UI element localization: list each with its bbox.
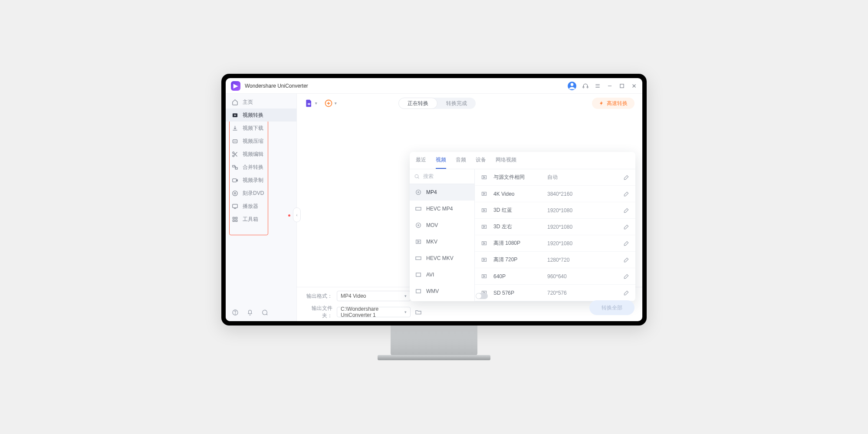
svg-rect-49 — [482, 225, 487, 229]
tab-recent[interactable]: 最近 — [416, 156, 426, 169]
svg-rect-25 — [236, 217, 237, 219]
search-placeholder: 搜索 — [423, 173, 434, 180]
app-title: Wondershare UniConverter — [245, 83, 563, 89]
tab-converting[interactable]: 正在转换 — [398, 98, 437, 109]
add-file-button[interactable]: ▾ — [305, 99, 317, 108]
tab-audio[interactable]: 音频 — [456, 156, 466, 169]
sidebar-item-toolbox[interactable]: 工具箱 — [226, 213, 296, 226]
chevron-down-icon: ▾ — [404, 294, 407, 298]
resolution-item[interactable]: 与源文件相同自动 — [475, 169, 635, 186]
edit-icon[interactable] — [623, 240, 629, 247]
format-search[interactable]: 搜索 — [410, 169, 474, 184]
download-icon — [232, 125, 238, 132]
merge-toggle[interactable] — [476, 293, 488, 299]
svg-point-36 — [416, 223, 421, 228]
sidebar-item-video-compress[interactable]: 视频压缩 — [226, 135, 296, 148]
video-icon — [481, 256, 487, 263]
output-path-select[interactable]: C:\Wondershare UniConverter 1▾ — [337, 307, 411, 317]
sidebar-item-dvd[interactable]: 刻录DVD — [226, 187, 296, 200]
film-icon — [415, 288, 422, 295]
folder-icon[interactable] — [415, 309, 422, 316]
bolt-icon — [599, 101, 604, 106]
video-icon — [481, 224, 487, 230]
edit-icon[interactable] — [623, 257, 629, 263]
svg-rect-41 — [416, 273, 421, 276]
edit-icon[interactable] — [623, 174, 629, 181]
edit-icon[interactable] — [623, 224, 629, 230]
svg-point-20 — [233, 191, 237, 195]
tab-completed[interactable]: 转换完成 — [437, 98, 476, 109]
format-item-hevcmkv[interactable]: HEVC MKV — [410, 250, 474, 266]
window-maximize-icon[interactable] — [619, 83, 625, 89]
record-icon — [232, 177, 238, 184]
window-close-icon[interactable] — [631, 83, 637, 89]
resolution-item[interactable]: SD 576P720*576 — [475, 285, 635, 301]
svg-marker-46 — [483, 193, 485, 195]
resolution-item[interactable]: 高清 720P1280*720 — [475, 252, 635, 268]
content-area: 公 众 号 · 忧 Store 最近 视频 音频 设备 网络视频 — [297, 113, 642, 287]
svg-rect-22 — [233, 204, 237, 207]
sidebar-item-merge[interactable]: 合并转换 — [226, 161, 296, 174]
resolution-item[interactable]: 640P960*640 — [475, 268, 635, 285]
monitor-frame: ▶ Wondershare UniConverter 主页 视频转换 — [221, 74, 647, 326]
resolution-item[interactable]: 高清 1080P1920*1080 — [475, 235, 635, 252]
user-avatar-icon[interactable] — [568, 82, 576, 90]
sidebar-item-video-edit[interactable]: 视频编辑 — [226, 148, 296, 161]
sidebar-item-video-convert[interactable]: 视频转换 — [226, 108, 296, 122]
menu-icon[interactable] — [595, 83, 601, 89]
svg-line-32 — [418, 178, 419, 179]
hevc-icon — [415, 255, 422, 262]
format-item-mkv[interactable]: MKV — [410, 233, 474, 250]
add-url-button[interactable]: ▾ — [324, 99, 337, 108]
feedback-icon[interactable] — [261, 309, 268, 316]
svg-rect-55 — [482, 275, 487, 278]
edit-icon[interactable] — [623, 191, 629, 197]
output-path-label: 输出文件夹： — [305, 305, 332, 319]
format-item-mov[interactable]: MOV — [410, 217, 474, 233]
resolution-item[interactable]: 4K Video3840*2160 — [475, 186, 635, 202]
svg-point-37 — [418, 225, 419, 226]
svg-rect-53 — [482, 258, 487, 262]
film-icon — [415, 238, 422, 245]
monitor-stand — [391, 326, 477, 356]
output-format-select[interactable]: MP4 Video▾ — [337, 291, 411, 301]
sidebar-item-record[interactable]: 视频录制 — [226, 174, 296, 187]
tab-web-video[interactable]: 网络视频 — [496, 156, 516, 169]
edit-icon[interactable] — [623, 273, 629, 279]
support-headset-icon[interactable] — [582, 83, 589, 89]
sidebar-item-home[interactable]: 主页 — [226, 95, 296, 108]
svg-rect-24 — [233, 217, 235, 219]
svg-rect-12 — [233, 139, 237, 143]
format-item-avi[interactable]: AVI — [410, 266, 474, 283]
high-speed-button[interactable]: 高速转换 — [592, 98, 635, 109]
bell-icon[interactable] — [247, 309, 253, 316]
tab-device[interactable]: 设备 — [476, 156, 486, 169]
tab-video[interactable]: 视频 — [436, 156, 446, 169]
resolution-item[interactable]: 3D 左右1920*1080 — [475, 219, 635, 235]
format-category-tabs: 最近 视频 音频 设备 网络视频 — [410, 152, 635, 169]
window-minimize-icon[interactable] — [607, 83, 613, 89]
resolution-item[interactable]: 3D 红蓝1920*1080 — [475, 202, 635, 219]
svg-marker-50 — [483, 226, 485, 228]
convert-all-button[interactable]: 转换全部 — [589, 300, 635, 315]
home-icon — [232, 99, 238, 105]
help-icon[interactable] — [232, 309, 239, 316]
format-item-mp4[interactable]: MP4 — [410, 184, 474, 201]
sidebar-item-label: 刻录DVD — [243, 190, 264, 197]
edit-icon[interactable] — [623, 290, 629, 296]
svg-marker-52 — [483, 243, 485, 244]
sidebar-item-video-download[interactable]: 视频下载 — [226, 122, 296, 135]
sidebar-item-label: 视频编辑 — [243, 151, 263, 158]
sidebar-item-label: 视频下载 — [243, 125, 263, 132]
sidebar-item-player[interactable]: 播放器 — [226, 200, 296, 213]
svg-point-0 — [571, 83, 574, 86]
status-tabs: 正在转换 转换完成 — [398, 98, 476, 109]
format-item-hevcmp4[interactable]: HEVC MP4 — [410, 201, 474, 217]
sidebar-item-label: 合并转换 — [243, 164, 263, 171]
svg-point-29 — [235, 314, 235, 314]
svg-rect-51 — [482, 242, 487, 245]
edit-icon[interactable] — [623, 207, 629, 214]
format-item-wmv[interactable]: WMV — [410, 283, 474, 299]
video-icon — [481, 207, 487, 214]
svg-marker-39 — [418, 241, 419, 243]
